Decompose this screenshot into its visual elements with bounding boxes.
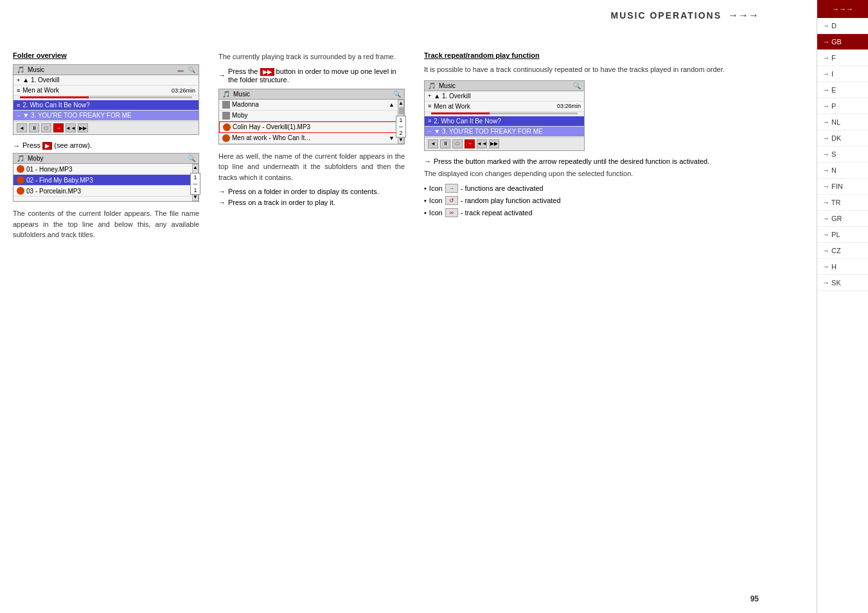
sidebar-item-s[interactable]: → S bbox=[817, 147, 868, 163]
btn-prev[interactable]: ◄ bbox=[17, 123, 27, 132]
right-btn-pause[interactable]: ⏸ bbox=[440, 139, 450, 148]
right-progress-row bbox=[425, 112, 584, 116]
page-number: 95 bbox=[750, 594, 759, 603]
mockup1-row1-text: ▲ 1. Overkill bbox=[22, 76, 59, 84]
mockup2-content: 01 - Honey.MP3 02 - Find My Baby.MP3 03 … bbox=[13, 164, 199, 201]
mockup2-header: 🎵 Moby 🔍 bbox=[13, 154, 199, 164]
ff-btn-inline[interactable]: ▶▶ bbox=[260, 68, 274, 76]
mockup1-row4: − ▼ 3. YOU'RE TOO FREAKY FOR ME bbox=[13, 111, 199, 121]
sidebar-item-nl[interactable]: → NL bbox=[817, 114, 868, 130]
btn-pause[interactable]: ⏸ bbox=[29, 123, 39, 132]
arrow-press-text: → Press ▶ (see arrow). bbox=[13, 141, 199, 150]
list-icon3: ≡ bbox=[428, 103, 431, 109]
middle-mockup-right: 🔍 bbox=[393, 91, 401, 98]
bullet2-desc: - random play function activated bbox=[461, 197, 561, 204]
middle-body-text2: Here as well, the name of the current fo… bbox=[218, 151, 405, 183]
plus-icon2: + bbox=[428, 93, 431, 99]
mockup1-row1: + ▲ 1. Overkill bbox=[13, 75, 199, 85]
bullet2-text: Icon bbox=[429, 197, 443, 204]
middle-row4: Men at work - Who Can It... ▼ bbox=[219, 133, 398, 144]
sidebar-item-n[interactable]: → N bbox=[817, 163, 868, 179]
sidebar-item-dk[interactable]: → DK bbox=[817, 130, 868, 147]
mid-scroll-up: ▲ bbox=[398, 101, 403, 106]
sidebar-item-gr[interactable]: → GR bbox=[817, 211, 868, 227]
sidebar-item-i[interactable]: → I bbox=[817, 66, 868, 82]
middle-arrow3-text: Press on a track in order to play it. bbox=[228, 199, 335, 206]
right-mockup-controls: ◄ ⏸ □ → ◄◄ ▶▶ bbox=[425, 137, 584, 150]
disc-icon-mid1 bbox=[223, 123, 231, 131]
arrow-sym3: → bbox=[218, 188, 226, 195]
sidebar-item-p[interactable]: → P bbox=[817, 98, 868, 114]
mockup2-header-text: Moby bbox=[28, 155, 43, 162]
page-fraction: 1─1 bbox=[190, 173, 200, 195]
middle-row2-text: Moby bbox=[232, 112, 247, 119]
mockup2-row3-text: 03 - Porcelain.MP3 bbox=[26, 188, 81, 195]
mockup1-header-right: ▬ 🔍 bbox=[177, 67, 195, 73]
right-mockup-title: Music bbox=[439, 82, 456, 89]
sidebar-item-pl[interactable]: → PL bbox=[817, 227, 868, 243]
right-btn-stop[interactable]: □ bbox=[452, 139, 463, 148]
right-arrow1: → Press the button marked with the arrow… bbox=[424, 157, 804, 165]
right-progress-fill bbox=[431, 112, 490, 114]
bullet3-desc: - track repeat activated bbox=[461, 209, 533, 217]
btn-rewind[interactable]: ◄◄ bbox=[66, 123, 76, 132]
mid-scroll-thumb bbox=[399, 107, 403, 114]
middle-mockup-icon: 🎵 bbox=[222, 91, 230, 98]
middle-arrow2: → Press on a folder in order to display … bbox=[218, 188, 405, 195]
middle-mockup-list: Madonna ▲ Moby Colin Hay - Overkill(1).M… bbox=[219, 100, 398, 144]
right-arrow1-text: Press the button marked with the arrow r… bbox=[434, 157, 709, 165]
right-mockup-header: 🎵 Music 🔍 bbox=[425, 81, 584, 91]
right-body-text1: It is possible to have a track continuou… bbox=[424, 64, 804, 75]
page-header: MUSIC OPERATIONS →→→ bbox=[610, 10, 759, 21]
mid-page-fraction: 1─2 bbox=[396, 116, 406, 138]
sidebar-item-gb[interactable]: → GB bbox=[817, 34, 868, 50]
btn-stop[interactable]: □ bbox=[41, 123, 51, 132]
bullet-2: • Icon ↺ - random play function activate… bbox=[424, 196, 804, 205]
progress-fill bbox=[20, 96, 89, 98]
right-mockup-icon: 🎵 bbox=[428, 82, 436, 89]
middle-row3-text: Colin Hay - Overkill(1).MP3 bbox=[233, 123, 310, 130]
right-btn-arrow[interactable]: → bbox=[465, 139, 475, 148]
middle-mockup-header: 🎵 Music 🔍 bbox=[219, 89, 404, 100]
right-row1: + ▲ 1. Overkill bbox=[425, 91, 584, 102]
sidebar-item-fin[interactable]: → FIN bbox=[817, 179, 868, 195]
right-btn-ff[interactable]: ▶▶ bbox=[489, 139, 499, 148]
middle-arrow1: → Press the ▶▶ button in order to move u… bbox=[218, 67, 405, 84]
sidebar-item-d[interactable]: → D bbox=[817, 18, 868, 34]
sidebar-item-h[interactable]: → H bbox=[817, 259, 868, 275]
right-row4-text: ▼ 3. YOU'RE TOO FREAKY FOR ME bbox=[434, 128, 542, 135]
forward-btn-inline[interactable]: ▶ bbox=[42, 142, 52, 150]
right-btn-prev[interactable]: ◄ bbox=[428, 139, 438, 148]
btn-forward-arrow[interactable]: → bbox=[53, 123, 64, 132]
mockup1-row2-text: Men at Work bbox=[22, 87, 59, 94]
disc-icon1 bbox=[17, 165, 24, 173]
right-btn-rewind[interactable]: ◄◄ bbox=[477, 139, 487, 148]
folder-icon1 bbox=[222, 101, 230, 109]
disc-icon-mid2 bbox=[222, 134, 230, 142]
mockup1-row4-text: ▼ 3. YOU'RE TOO FREAKY FOR ME bbox=[22, 112, 131, 119]
mockup2-row1-text: 01 - Honey.MP3 bbox=[26, 166, 73, 173]
right-body-text2: The displayed icon changes depending upo… bbox=[424, 168, 804, 179]
btn-ff[interactable]: ▶▶ bbox=[78, 123, 88, 132]
sidebar-item-tr[interactable]: → TR bbox=[817, 195, 868, 211]
list-icon1: ≡ bbox=[17, 87, 20, 94]
right-sidebar: →→→ → D → GB → F → I → E → P → NL → DK →… bbox=[817, 0, 868, 613]
mockup1-content: + ▲ 1. Overkill ≡ Men at Work 03:26min bbox=[13, 75, 199, 121]
middle-mockup: 🎵 Music 🔍 Madonna ▲ Moby bbox=[218, 89, 405, 145]
sidebar-item-sk[interactable]: → SK bbox=[817, 275, 868, 291]
sidebar-item-f[interactable]: → F bbox=[817, 50, 868, 66]
middle-arrow2-text: Press on a folder in order to display it… bbox=[228, 188, 379, 195]
sidebar-item-cz[interactable]: → CZ bbox=[817, 243, 868, 259]
middle-row4-text: Men at work - Who Can It... bbox=[232, 134, 310, 141]
left-column: Folder overview 🎵 Music ▬ 🔍 + ▲ 1. Overk… bbox=[13, 51, 199, 245]
mockup1-row3: ≡ 2. Who Can It Be Now? bbox=[13, 100, 199, 111]
sidebar-item-e[interactable]: → E bbox=[817, 82, 868, 98]
mockup1-time: 03:26min bbox=[172, 87, 195, 94]
plus-icon: + bbox=[17, 77, 20, 84]
bullet-1: • Icon → - functions are deactivated bbox=[424, 184, 804, 193]
progress-bar-row bbox=[13, 96, 199, 100]
middle-row3: Colin Hay - Overkill(1).MP3 bbox=[219, 121, 398, 133]
middle-row1-arrow: ▲ bbox=[389, 102, 394, 108]
mockup2-list: 01 - Honey.MP3 02 - Find My Baby.MP3 03 … bbox=[13, 164, 192, 201]
mockup2-row2-text: 02 - Find My Baby.MP3 bbox=[26, 177, 93, 184]
